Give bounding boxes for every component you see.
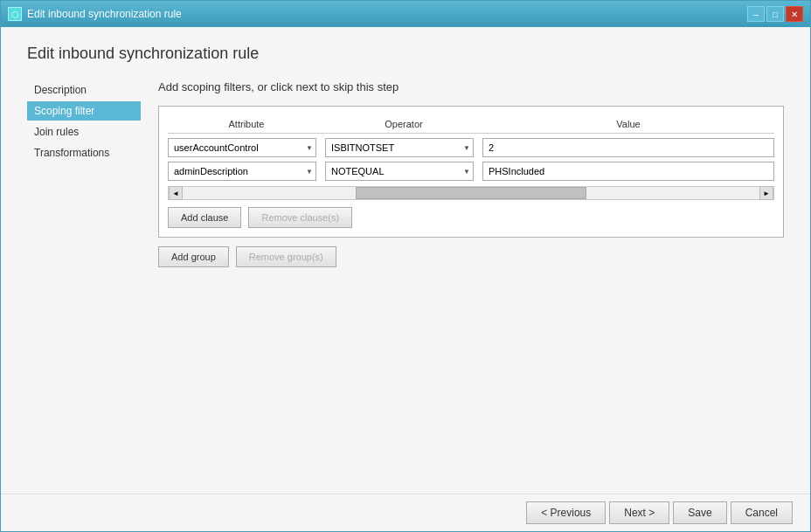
table-row: adminDescription ▼ NOTEQUAL ▼ — [168, 162, 774, 181]
sidebar-item-scoping-filter[interactable]: Scoping filter — [27, 101, 141, 121]
window-icon: ⬡ — [8, 7, 22, 21]
operator-select-wrapper-1: ISBITNOTSET ▼ — [325, 138, 474, 157]
previous-button[interactable]: < Previous — [526, 501, 606, 524]
operator-select-2[interactable]: NOTEQUAL — [325, 162, 474, 181]
remove-clause-button[interactable]: Remove clause(s) — [248, 207, 352, 228]
title-bar-controls: – □ ✕ — [747, 6, 803, 22]
horizontal-scrollbar[interactable]: ◄ ► — [168, 186, 774, 200]
header-value: Value — [482, 115, 774, 133]
sidebar-item-transformations[interactable]: Transformations — [27, 143, 141, 162]
window-title: Edit inbound synchronization rule — [27, 8, 182, 20]
scroll-right-arrow[interactable]: ► — [759, 186, 773, 200]
content-area: Edit inbound synchronization rule Descri… — [1, 27, 810, 494]
main-content: Add scoping filters, or click next to sk… — [158, 80, 784, 485]
add-clause-button[interactable]: Add clause — [168, 207, 241, 228]
table-header: Attribute Operator Value — [168, 115, 774, 134]
remove-group-button[interactable]: Remove group(s) — [236, 246, 336, 267]
operator-select-wrapper-2: NOTEQUAL ▼ — [325, 162, 474, 181]
sidebar-item-join-rules[interactable]: Join rules — [27, 122, 141, 142]
close-button[interactable]: ✕ — [786, 6, 803, 22]
title-bar: ⬡ Edit inbound synchronization rule – □ … — [1, 1, 810, 27]
next-button[interactable]: Next > — [609, 501, 669, 524]
scroll-thumb[interactable] — [356, 187, 586, 199]
cancel-button[interactable]: Cancel — [731, 501, 793, 524]
group-buttons: Add group Remove group(s) — [158, 246, 784, 267]
main-window: ⬡ Edit inbound synchronization rule – □ … — [0, 0, 811, 532]
header-operator: Operator — [325, 115, 482, 133]
filter-box: Attribute Operator Value userAccountCont… — [158, 106, 784, 238]
main-layout: Description Scoping filter Join rules Tr… — [27, 80, 784, 485]
save-button[interactable]: Save — [673, 501, 726, 524]
maximize-button[interactable]: □ — [766, 6, 784, 22]
header-attribute: Attribute — [168, 115, 325, 133]
operator-select-1[interactable]: ISBITNOTSET — [325, 138, 474, 157]
title-bar-left: ⬡ Edit inbound synchronization rule — [8, 7, 182, 21]
attribute-select-2[interactable]: adminDescription — [168, 162, 316, 181]
attribute-select-wrapper-2: adminDescription ▼ — [168, 162, 316, 181]
add-group-button[interactable]: Add group — [158, 246, 229, 267]
attribute-select-wrapper-1: userAccountControl ▼ — [168, 138, 316, 157]
attribute-select-1[interactable]: userAccountControl — [168, 138, 316, 157]
value-input-1[interactable] — [482, 138, 774, 157]
value-input-2[interactable] — [482, 162, 774, 181]
sidebar-item-description[interactable]: Description — [27, 80, 141, 100]
clause-buttons: Add clause Remove clause(s) — [168, 207, 774, 228]
scroll-track[interactable] — [183, 187, 759, 199]
minimize-button[interactable]: – — [747, 6, 765, 22]
section-title: Add scoping filters, or click next to sk… — [158, 80, 784, 93]
table-row: userAccountControl ▼ ISBITNOTSET ▼ — [168, 138, 774, 157]
page-title: Edit inbound synchronization rule — [27, 45, 784, 63]
footer: < Previous Next > Save Cancel — [1, 494, 810, 531]
scroll-left-arrow[interactable]: ◄ — [169, 186, 183, 200]
sidebar: Description Scoping filter Join rules Tr… — [27, 80, 141, 485]
